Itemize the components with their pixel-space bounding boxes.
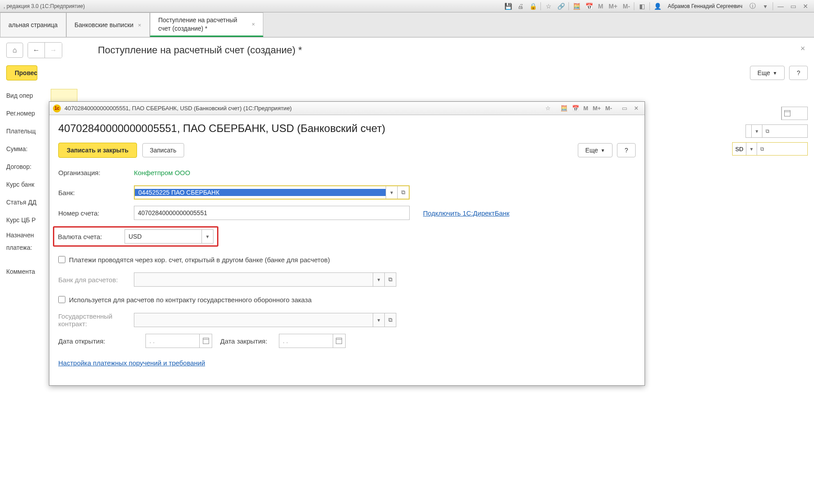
- user-icon: 👤: [653, 1, 662, 11]
- dlg-memory-m-minus[interactable]: M-: [604, 104, 613, 113]
- tab-incoming-payment[interactable]: Поступление на расчетный счет (создание)…: [150, 12, 264, 37]
- corr-checkbox[interactable]: Платежи проводятся через кор. счет, откр…: [58, 256, 330, 264]
- tabbar: альная страница Банковские выписки × Пос…: [0, 12, 814, 37]
- calendar-icon[interactable]: [199, 334, 212, 348]
- bg-select-field[interactable]: ▼⧉: [745, 124, 808, 138]
- bg-label: Вид опер: [6, 92, 46, 99]
- dialog-heading: 40702840000000005551, ПАО СБЕРБАНК, USD …: [58, 122, 636, 135]
- dropdown-icon[interactable]: ▾: [760, 1, 770, 11]
- dialog-titlebar: 1c 40702840000000005551, ПАО СБЕРБАНК, U…: [49, 102, 645, 115]
- minimize-icon[interactable]: —: [776, 1, 786, 11]
- user-name[interactable]: Абрамов Геннадий Сергеевич: [665, 1, 745, 11]
- currency-01abel: Валюта счета:: [58, 233, 125, 240]
- bg-label: Коммента: [6, 268, 46, 275]
- account-label: Номер счета:: [58, 209, 134, 217]
- dropdown-icon: ▼: [373, 313, 384, 327]
- dialog-more-button[interactable]: Еще▼: [578, 143, 613, 157]
- dlg-memory-m-plus[interactable]: M+: [591, 104, 602, 113]
- help-button[interactable]: ?: [789, 66, 808, 80]
- save-button[interactable]: Записать: [142, 143, 184, 157]
- org-value[interactable]: Конфетпром ООО: [134, 169, 190, 176]
- panel-icon[interactable]: ◧: [637, 1, 647, 11]
- open-date-input[interactable]: . .: [145, 334, 212, 348]
- bg-label: Курс банк: [6, 181, 46, 188]
- org-label: Организация:: [58, 169, 134, 176]
- close-date-input[interactable]: . .: [279, 334, 346, 348]
- info-icon[interactable]: ⓘ: [748, 1, 758, 11]
- goz-checkbox[interactable]: Используется для расчетов по контракту г…: [58, 296, 312, 304]
- memory-m-plus[interactable]: M+: [607, 1, 619, 11]
- tab-close-icon[interactable]: ×: [252, 21, 255, 28]
- home-button[interactable]: ⌂: [6, 43, 23, 58]
- dropdown-icon[interactable]: ▼: [201, 230, 213, 243]
- close-icon[interactable]: ✕: [801, 1, 810, 11]
- page-close-icon[interactable]: ×: [800, 44, 805, 53]
- more-button[interactable]: Еще▼: [750, 66, 785, 80]
- dlg-calc-icon[interactable]: 🧮: [559, 104, 569, 113]
- calendar-icon[interactable]: 📅: [584, 1, 594, 11]
- account-value: 40702840000000005551: [134, 209, 409, 216]
- currency-row: Валюта счета: USD ▼: [53, 226, 636, 247]
- currency-value: USD: [125, 233, 201, 240]
- link-icon[interactable]: 🔗: [556, 1, 566, 11]
- corr-bank-label: Банк для расчетов:: [58, 276, 134, 284]
- open-icon: ⧉: [384, 313, 396, 327]
- tab-main-page[interactable]: альная страница: [0, 12, 66, 37]
- corr-checkbox-input[interactable]: [58, 256, 65, 263]
- save-and-close-button[interactable]: Записать и закрыть: [58, 143, 137, 158]
- post-button[interactable]: Провес: [6, 65, 37, 80]
- memory-m-minus[interactable]: M-: [621, 1, 631, 11]
- bg-label: Договор:: [6, 163, 46, 170]
- star-icon[interactable]: ☆: [544, 1, 553, 11]
- maximize-icon[interactable]: ▭: [788, 1, 798, 11]
- dlg-maximize-icon[interactable]: ▭: [620, 104, 629, 113]
- calendar-icon[interactable]: [333, 334, 345, 348]
- open-date-label: Дата открытия:: [58, 337, 134, 345]
- bg-date-field[interactable]: [781, 107, 808, 120]
- app-title: , редакция 3.0 (1С:Предприятие): [4, 3, 85, 9]
- bank-input[interactable]: 044525225 ПАО СБЕРБАНК ▼ ⧉: [134, 185, 410, 200]
- bg-label: Плательщ: [6, 128, 46, 135]
- account-row: Номер счета: 40702840000000005551 Подклю…: [58, 206, 636, 220]
- page-title: Поступление на расчетный счет (создание)…: [98, 44, 302, 56]
- account-input[interactable]: 40702840000000005551: [134, 206, 410, 220]
- save-icon[interactable]: 💾: [503, 1, 513, 11]
- bg-label: платежа:: [6, 244, 46, 251]
- calc-icon[interactable]: 🧮: [572, 1, 581, 11]
- close-date-label: Дата закрытия:: [220, 337, 267, 345]
- goz-checkbox-row: Используется для расчетов по контракту г…: [58, 293, 636, 306]
- org-row: Организация: Конфетпром ООО: [58, 166, 636, 179]
- bg-label: Курс ЦБ Р: [6, 216, 46, 224]
- dropdown-icon[interactable]: ▼: [386, 186, 397, 199]
- bg-label: Сумма:: [6, 145, 46, 152]
- dialog-command-row: Записать и закрыть Записать Еще▼ ?: [58, 143, 636, 158]
- lock-icon[interactable]: 🔒: [528, 1, 538, 11]
- goz-checkbox-input[interactable]: [58, 296, 65, 303]
- tab-bank-statements[interactable]: Банковские выписки ×: [66, 12, 150, 37]
- tab-close-icon[interactable]: ×: [138, 22, 141, 28]
- bg-yellow-field: [51, 89, 77, 102]
- bg-label: Рег.номер: [6, 110, 46, 117]
- currency-highlight-box: Валюта счета: USD ▼: [53, 226, 218, 247]
- bank-account-dialog: 1c 40702840000000005551, ПАО СБЕРБАНК, U…: [49, 101, 645, 386]
- dlg-close-icon[interactable]: ✕: [631, 104, 641, 113]
- corr-bank-row: Банк для расчетов: ▼ ⧉: [58, 272, 636, 287]
- corr-bank-input: ▼ ⧉: [134, 272, 396, 287]
- memory-m[interactable]: M: [596, 1, 604, 11]
- nav-forward-button[interactable]: →: [45, 43, 62, 58]
- print-icon[interactable]: 🖨: [516, 1, 525, 11]
- currency-select[interactable]: USD ▼: [125, 229, 214, 244]
- bg-highlighted-field[interactable]: SD▼⧉: [732, 142, 808, 156]
- nav-back-button[interactable]: ←: [28, 43, 45, 58]
- dlg-memory-m[interactable]: M: [582, 104, 590, 113]
- bank-row: Банк: 044525225 ПАО СБЕРБАНК ▼ ⧉: [58, 185, 636, 200]
- app-titlebar: , редакция 3.0 (1С:Предприятие) 💾 🖨 🔒 ☆ …: [0, 0, 814, 12]
- open-icon[interactable]: ⧉: [397, 186, 409, 199]
- payment-settings-link[interactable]: Настройка платежных поручений и требован…: [58, 359, 205, 367]
- app-logo-icon: 1c: [53, 104, 61, 112]
- dlg-star-icon[interactable]: ☆: [543, 104, 553, 113]
- dialog-help-button[interactable]: ?: [617, 143, 636, 157]
- directbank-link[interactable]: Подключить 1С:ДиректБанк: [423, 209, 509, 217]
- dlg-calendar-icon[interactable]: 📅: [571, 104, 580, 113]
- bank-label: Банк:: [58, 189, 134, 196]
